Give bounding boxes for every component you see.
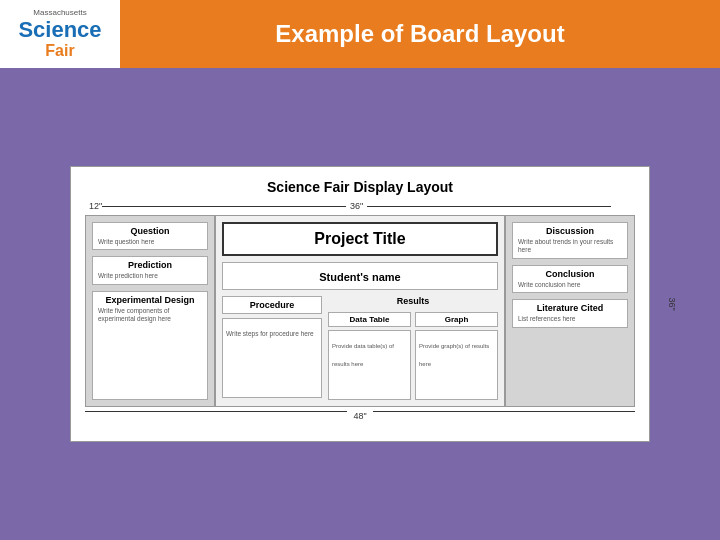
literature-cited-text: List references here <box>518 315 622 323</box>
board-panels: Question Write question here Prediction … <box>85 215 635 407</box>
results-sub-row: Data Table Provide data table(s) of resu… <box>328 312 498 400</box>
logo-area: Massachusetts Science Fair <box>0 0 120 68</box>
procedure-text-box: Write steps for procedure here <box>222 318 322 398</box>
graph-text: Provide graph(s) of results here <box>419 343 489 367</box>
results-main-label: Results <box>328 296 498 306</box>
conclusion-text: Write conclusion here <box>518 281 622 289</box>
experimental-design-title: Experimental Design <box>98 295 202 305</box>
question-title: Question <box>98 226 202 236</box>
conclusion-title: Conclusion <box>518 269 622 279</box>
discussion-text: Write about trends in your results here <box>518 238 622 255</box>
logo-science: Science <box>18 18 101 42</box>
graph-label: Graph <box>415 312 498 327</box>
dim-bottom-row: 48" <box>85 411 635 421</box>
logo-fair: Fair <box>18 42 101 60</box>
prediction-title: Prediction <box>98 260 202 270</box>
dim-top-row: 12" 36" <box>85 201 635 211</box>
logo: Massachusetts Science Fair <box>18 9 101 60</box>
conclusion-section: Conclusion Write conclusion here <box>512 265 628 293</box>
dim-36in-top: 36" <box>350 201 363 211</box>
project-title-box: Project Title <box>222 222 498 256</box>
page-title: Example of Board Layout <box>275 20 564 48</box>
board-wrapper: Science Fair Display Layout 12" 36" Ques… <box>70 166 650 442</box>
board-diagram-title: Science Fair Display Layout <box>85 179 635 195</box>
results-col: Results Data Table Provide data table(s)… <box>328 296 498 400</box>
center-bottom-row: Procedure Write steps for procedure here… <box>222 296 498 400</box>
literature-cited-section: Literature Cited List references here <box>512 299 628 327</box>
procedure-label: Procedure <box>222 296 322 314</box>
discussion-section: Discussion Write about trends in your re… <box>512 222 628 259</box>
student-name-box: Student's name <box>222 262 498 290</box>
center-panel: Project Title Student's name Procedure W… <box>216 216 504 406</box>
graph-box: Provide graph(s) of results here <box>415 330 498 400</box>
right-panel: Discussion Write about trends in your re… <box>504 216 634 406</box>
procedure-col: Procedure Write steps for procedure here <box>222 296 322 400</box>
dim-36in-right: 36" <box>666 297 676 310</box>
discussion-title: Discussion <box>518 226 622 236</box>
graph-col: Graph Provide graph(s) of results here <box>415 312 498 400</box>
student-name-text: Student's name <box>319 271 400 283</box>
data-table-text: Provide data table(s) of results here <box>332 343 394 367</box>
dim-48in: 48" <box>353 411 366 421</box>
procedure-text: Write steps for procedure here <box>226 330 314 337</box>
question-text: Write question here <box>98 238 202 246</box>
header-title-bar: Example of Board Layout <box>120 0 720 68</box>
data-table-label: Data Table <box>328 312 411 327</box>
project-title-text: Project Title <box>314 230 405 247</box>
data-table-col: Data Table Provide data table(s) of resu… <box>328 312 411 400</box>
board-container: Science Fair Display Layout 12" 36" Ques… <box>70 166 650 442</box>
data-table-box: Provide data table(s) of results here <box>328 330 411 400</box>
results-header: Results <box>328 296 498 306</box>
prediction-text: Write prediction here <box>98 272 202 280</box>
literature-cited-title: Literature Cited <box>518 303 622 313</box>
header: Massachusetts Science Fair Example of Bo… <box>0 0 720 68</box>
left-panel: Question Write question here Prediction … <box>86 216 216 406</box>
experimental-design-text: Write five components of experimental de… <box>98 307 202 324</box>
dim-12in: 12" <box>89 201 102 211</box>
question-section: Question Write question here <box>92 222 208 250</box>
prediction-section: Prediction Write prediction here <box>92 256 208 284</box>
main-content: Science Fair Display Layout 12" 36" Ques… <box>0 68 720 540</box>
experimental-design-section: Experimental Design Write five component… <box>92 291 208 400</box>
